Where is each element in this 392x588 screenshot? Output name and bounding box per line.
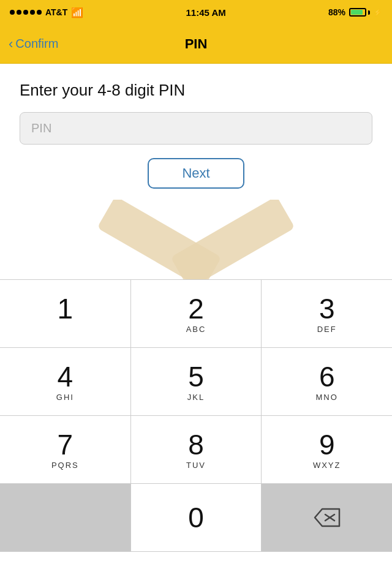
status-bar: AT&T 📶 11:45 AM 88% ⚡ <box>0 0 392 24</box>
svg-marker-0 <box>315 509 339 526</box>
keypad-row-4: 0 <box>0 484 392 552</box>
battery-icon <box>349 8 370 17</box>
keypad: 1 2 ABC 3 DEF 4 GHI 5 JKL 6 MNO 7 PQRS <box>0 279 392 552</box>
keypad-row-1: 1 2 ABC 3 DEF <box>0 280 392 348</box>
key-empty-left <box>0 484 131 551</box>
key-2[interactable]: 2 ABC <box>131 280 262 347</box>
key-3[interactable]: 3 DEF <box>262 280 392 347</box>
main-content: Enter your 4-8 digit PIN PIN Next <box>0 64 392 279</box>
page-title: PIN <box>185 36 208 52</box>
key-6[interactable]: 6 MNO <box>262 348 392 415</box>
status-right: 88% ⚡ <box>328 7 382 17</box>
pin-instruction: Enter your 4-8 digit PIN <box>20 81 372 100</box>
backspace-icon <box>312 507 342 529</box>
keypad-row-3: 7 PQRS 8 TUV 9 WXYZ <box>0 416 392 484</box>
nav-bar: ‹ Confirm PIN <box>0 24 392 64</box>
backspace-button[interactable] <box>262 484 392 551</box>
signal-dots <box>10 10 42 15</box>
back-chevron-icon: ‹ <box>9 37 13 51</box>
key-1[interactable]: 1 <box>0 280 131 347</box>
next-btn-wrapper: Next <box>20 158 372 189</box>
decorative-chevron <box>92 206 300 273</box>
charging-icon: ⚡ <box>374 9 382 17</box>
status-time: 11:45 AM <box>186 7 225 18</box>
key-7[interactable]: 7 PQRS <box>0 416 131 483</box>
next-button[interactable]: Next <box>148 158 244 189</box>
key-8[interactable]: 8 TUV <box>131 416 262 483</box>
pin-input-wrapper[interactable]: PIN <box>20 112 372 145</box>
carrier-label: AT&T <box>45 7 67 17</box>
key-0[interactable]: 0 <box>131 484 262 551</box>
decorative-area <box>20 200 372 279</box>
pin-input-placeholder: PIN <box>31 121 51 135</box>
key-5[interactable]: 5 JKL <box>131 348 262 415</box>
back-label: Confirm <box>15 37 58 51</box>
key-4[interactable]: 4 GHI <box>0 348 131 415</box>
wifi-icon: 📶 <box>71 7 83 18</box>
back-button[interactable]: ‹ Confirm <box>9 37 58 51</box>
keypad-row-2: 4 GHI 5 JKL 6 MNO <box>0 348 392 416</box>
status-left: AT&T 📶 <box>10 7 83 18</box>
battery-percent: 88% <box>328 7 345 17</box>
key-9[interactable]: 9 WXYZ <box>262 416 392 483</box>
